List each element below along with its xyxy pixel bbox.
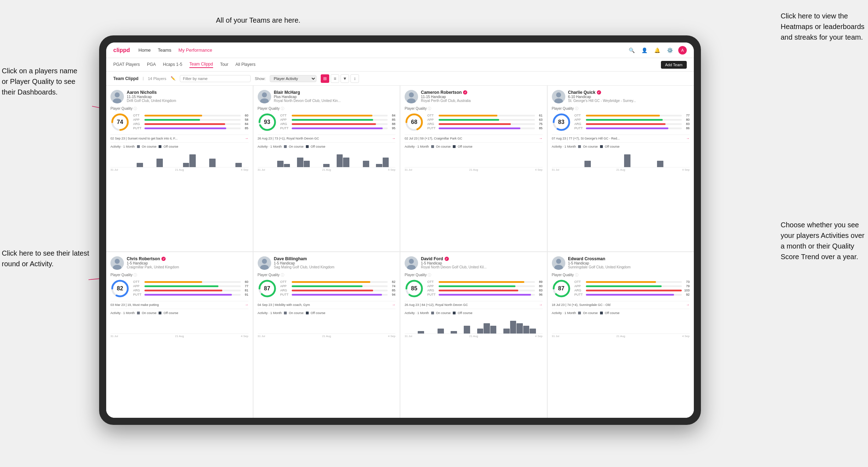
search-icon[interactable]: 🔍 bbox=[627, 46, 636, 55]
player-header: Edward Crossman 1-5 Handicap Sunningdale… bbox=[552, 256, 690, 270]
stat-bar-arg bbox=[292, 290, 388, 291]
quality-info-icon[interactable]: ⓘ bbox=[575, 107, 578, 110]
quality-info-icon[interactable]: ⓘ bbox=[281, 273, 284, 277]
stat-row-app: APP 80 bbox=[427, 284, 543, 288]
stat-label-app: APP bbox=[280, 118, 290, 121]
player-card[interactable]: Charlie Quick ✓ 6-10 Handicap St. George… bbox=[548, 86, 694, 251]
recent-round[interactable]: 02 Jul 23 | 59 (+17), Craigmillar Park G… bbox=[405, 135, 543, 140]
heatmaps-annotation-text: Click here to view the Heatmaps or leade… bbox=[781, 12, 864, 41]
player-info: Edward Crossman 1-5 Handicap Sunningdale… bbox=[568, 256, 690, 269]
verified-icon: ✓ bbox=[161, 257, 166, 261]
nav-item-teams[interactable]: Teams bbox=[158, 47, 171, 53]
sort-view-icon[interactable]: ↕ bbox=[350, 74, 359, 83]
sub-nav-tour[interactable]: Tour bbox=[220, 62, 228, 68]
stat-label-putt: PUTT bbox=[427, 126, 437, 130]
profile-icon[interactable]: 👤 bbox=[640, 46, 649, 55]
filter-view-icon[interactable]: ▼ bbox=[341, 74, 349, 83]
sub-nav-all-players[interactable]: All Players bbox=[235, 62, 256, 68]
bell-icon[interactable]: 🔔 bbox=[653, 46, 661, 55]
on-course-label: On course bbox=[142, 145, 157, 148]
grid-view-icon[interactable]: ⊞ bbox=[321, 74, 329, 83]
chart-label-3: 4 Sep bbox=[682, 168, 690, 171]
sub-nav-pga[interactable]: PGA bbox=[147, 62, 156, 68]
player-card[interactable]: Edward Crossman 1-5 Handicap Sunningdale… bbox=[548, 252, 694, 418]
player-card[interactable]: David Ford ✓ 1-5 Handicap Royal North De… bbox=[400, 252, 547, 418]
player-card[interactable]: Blair McHarg Plus Handicap Royal North D… bbox=[253, 86, 400, 251]
stat-bar-arg bbox=[439, 290, 535, 291]
add-team-button[interactable]: Add Team bbox=[661, 61, 687, 69]
stat-value-arg: 81 bbox=[242, 289, 249, 292]
activity-chart bbox=[405, 316, 543, 334]
recent-round[interactable]: 03 Mar 23 | 19, Must make putting → bbox=[110, 301, 249, 307]
stat-row-app: APP 74 bbox=[280, 284, 396, 288]
quality-label: Player Quality ⓘ bbox=[258, 273, 396, 278]
sub-nav-team-clippd[interactable]: Team Clippd bbox=[189, 62, 213, 68]
stat-label-ott: OTT bbox=[133, 114, 143, 117]
stat-value-ott: 60 bbox=[242, 114, 249, 117]
player-avatar bbox=[110, 256, 124, 270]
quality-info-icon[interactable]: ⓘ bbox=[428, 107, 431, 110]
sub-nav-hcaps[interactable]: Hcaps 1-5 bbox=[163, 62, 182, 68]
quality-info-icon[interactable]: ⓘ bbox=[575, 273, 578, 277]
stat-row-ott: OTT 89 bbox=[427, 280, 543, 284]
quality-info-icon[interactable]: ⓘ bbox=[133, 273, 137, 277]
quality-circle[interactable]: 83 bbox=[552, 113, 571, 132]
stat-row-ott: OTT 77 bbox=[575, 114, 690, 117]
stat-bar-ott bbox=[439, 115, 535, 116]
player-club: Craigmillar Park, United Kingdom bbox=[127, 265, 249, 269]
quality-circle[interactable]: 85 bbox=[405, 279, 424, 298]
quality-info-icon[interactable]: ⓘ bbox=[133, 107, 137, 110]
nav-item-home[interactable]: Home bbox=[138, 47, 151, 53]
show-select[interactable]: Player Activity Quality Score Trend bbox=[270, 75, 316, 82]
stat-label-putt: PUTT bbox=[133, 293, 143, 296]
sub-nav-pgat[interactable]: PGAT Players bbox=[113, 62, 140, 68]
edit-icon[interactable]: ✏️ bbox=[171, 76, 176, 81]
quality-circle[interactable]: 87 bbox=[258, 279, 277, 298]
on-course-label: On course bbox=[436, 311, 451, 315]
stat-bar-putt bbox=[292, 294, 388, 296]
stat-value-putt: 94 bbox=[389, 293, 395, 296]
player-club: St. George's Hill GC - Weybridge - Surre… bbox=[568, 99, 690, 103]
quality-circle[interactable]: 93 bbox=[258, 113, 277, 132]
player-card[interactable]: Chris Robertson ✓ 1-5 Handicap Craigmill… bbox=[106, 252, 253, 418]
quality-circle[interactable]: 87 bbox=[552, 279, 571, 298]
stat-label-putt: PUTT bbox=[575, 126, 584, 130]
off-course-label: Off course bbox=[458, 145, 472, 148]
stat-label-ott: OTT bbox=[133, 280, 143, 284]
stat-label-putt: PUTT bbox=[280, 126, 290, 130]
recent-round-text: 02 Jul 23 | 59 (+17), Craigmillar Park G… bbox=[405, 137, 539, 140]
quality-circle[interactable]: 74 bbox=[110, 113, 130, 132]
stat-label-arg: ARG bbox=[280, 289, 290, 292]
settings-icon[interactable]: ⚙️ bbox=[666, 46, 674, 55]
stat-bar-ott bbox=[144, 115, 241, 116]
player-card[interactable]: Cameron Robertson ✓ 11-15 Handicap Royal… bbox=[400, 86, 547, 251]
player-grid: Aaron Nicholls 11-15 Handicap Drift Golf… bbox=[106, 86, 694, 418]
quality-circle[interactable]: 82 bbox=[110, 279, 130, 298]
quality-label: Player Quality ⓘ bbox=[552, 106, 690, 111]
player-card[interactable]: Aaron Nicholls 11-15 Handicap Drift Golf… bbox=[106, 86, 253, 251]
recent-round[interactable]: 07 Aug 23 | 77 (+7), St George's Hill GC… bbox=[552, 135, 690, 140]
nav-item-my-performance[interactable]: My Performance bbox=[178, 47, 212, 53]
recent-round[interactable]: 04 Sep 23 | Mobility with coach, Gym → bbox=[258, 301, 396, 307]
stat-value-app: 63 bbox=[536, 118, 543, 121]
quality-section: 93 OTT 84 APP bbox=[258, 113, 396, 132]
recent-round[interactable]: 02 Sep 23 | Sunset round to get back int… bbox=[110, 135, 249, 140]
player-name: Edward Crossman bbox=[568, 256, 690, 261]
quality-info-icon[interactable]: ⓘ bbox=[281, 107, 284, 110]
recent-round[interactable]: 26 Aug 23 | 84 (+12), Royal North Devon … bbox=[405, 301, 543, 307]
stat-row-putt: PUTT 94 bbox=[280, 293, 396, 296]
recent-round[interactable]: 26 Aug 23 | 73 (+1), Royal North Devon G… bbox=[258, 135, 396, 140]
player-handicap: 1-5 Handicap bbox=[568, 261, 690, 265]
on-course-label: On course bbox=[289, 311, 304, 315]
quality-circle[interactable]: 68 bbox=[405, 113, 424, 132]
quality-info-icon[interactable]: ⓘ bbox=[428, 273, 431, 277]
table-view-icon[interactable]: ≡ bbox=[331, 74, 339, 83]
user-avatar-icon[interactable]: A bbox=[678, 46, 687, 55]
teams-annotation-text: All of your Teams are here. bbox=[216, 16, 301, 24]
stat-value-putt: 91 bbox=[242, 293, 249, 296]
player-card[interactable]: Dave Billingham 1-5 Handicap Sag Maling … bbox=[253, 252, 400, 418]
player-avatar bbox=[552, 90, 565, 103]
recent-round[interactable]: 18 Jul 23 | 74 (+4), Sunningdale GC - Ol… bbox=[552, 301, 690, 307]
filter-input[interactable] bbox=[180, 75, 251, 82]
player-info: Aaron Nicholls 11-15 Handicap Drift Golf… bbox=[127, 90, 249, 103]
